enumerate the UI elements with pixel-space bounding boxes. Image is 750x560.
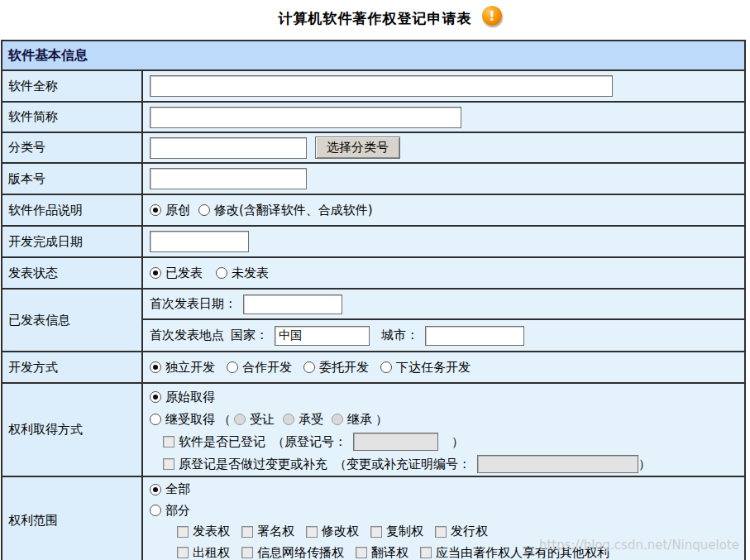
radio-original-acquisition-icon[interactable] — [150, 391, 161, 403]
row-publish-status: 发表状态 已发表 未发表 — [2, 258, 744, 290]
radio-assigned-task-dev-icon[interactable] — [380, 361, 392, 373]
radio-inherit-icon[interactable] — [332, 414, 343, 425]
checkbox-option-other-rights[interactable]: 应当由著作权人享有的其他权利 — [420, 545, 609, 560]
checkbox-changed-or-supplemented-icon[interactable] — [163, 458, 174, 470]
radio-option-original-acquisition[interactable]: 原始取得 — [150, 390, 215, 405]
checkbox-option-already-registered[interactable]: 软件是否已登记 — [163, 434, 265, 450]
checkbox-translation-right-icon[interactable] — [356, 547, 367, 558]
cell-dev-method: 独立开发 合作开发 委托开发 下达任务开发 — [143, 352, 744, 382]
country-input[interactable] — [275, 326, 370, 346]
checkbox-option-network-dissemination-right[interactable]: 信息网络传播权 — [241, 545, 344, 560]
checkbox-reproduction-right-label: 复制权 — [386, 524, 423, 539]
checkbox-reproduction-right-icon[interactable] — [370, 526, 382, 538]
radio-option-successive-acquisition[interactable]: 继受取得 — [150, 412, 215, 428]
row-software-full-name: 软件全称 — [2, 71, 744, 103]
checkbox-already-registered-label: 软件是否已登记 — [179, 434, 265, 450]
radio-assigned-task-dev-label: 下达任务开发 — [396, 360, 471, 376]
checkbox-option-changed-or-supplemented[interactable]: 原登记是否做过变更或补充 — [163, 457, 327, 472]
label-version-number: 版本号 — [2, 164, 143, 194]
label-dev-complete-date: 开发完成日期 — [2, 227, 143, 256]
country-label: 国家： — [231, 328, 268, 343]
page-title: 计算机软件著作权登记申请表 — [0, 9, 750, 28]
radio-published-icon[interactable] — [150, 267, 161, 279]
software-short-name-input[interactable] — [150, 107, 461, 128]
cell-work-description: 原创 修改(含翻译软件、合成软件) — [143, 195, 744, 225]
radio-option-inherit[interactable]: 继承 — [332, 412, 372, 428]
copyright-application-page: 计算机软件著作权登记申请表 ! 软件基本信息 软件全称 软件简称 分类号 选择分… — [0, 0, 750, 560]
checkbox-option-publication-right[interactable]: 发表权 — [177, 524, 230, 539]
checkbox-other-rights-icon[interactable] — [420, 547, 432, 558]
cell-version-number — [143, 164, 744, 194]
radio-option-transfer[interactable]: 受让 — [234, 412, 275, 428]
checkbox-modification-right-label: 修改权 — [322, 524, 359, 539]
radio-transfer-icon[interactable] — [234, 414, 246, 425]
subrow-first-publish-place: 首次发表地点 国家： 城市： — [143, 320, 744, 351]
radio-option-original[interactable]: 原创 — [150, 203, 190, 218]
dev-complete-date-input[interactable] — [150, 231, 249, 252]
radio-transfer-label: 受让 — [250, 412, 275, 428]
checkbox-authorship-right-icon[interactable] — [241, 526, 253, 538]
paren-close: ） — [375, 412, 388, 428]
row-rights-acquisition: 权利取得方式 原始取得 继受取得 （ 受让 — [2, 384, 744, 477]
checkbox-modification-right-icon[interactable] — [306, 526, 318, 538]
radio-option-undertake[interactable]: 承受 — [283, 412, 323, 428]
row-dev-method: 开发方式 独立开发 合作开发 委托开发 下达任务开发 — [2, 352, 744, 384]
line-scope-partial: 部分 — [150, 500, 744, 522]
radio-independent-dev-icon[interactable] — [150, 361, 161, 373]
radio-commissioned-dev-icon[interactable] — [303, 361, 315, 373]
radio-option-cooperative-dev[interactable]: 合作开发 — [227, 360, 292, 376]
radio-option-assigned-task-dev[interactable]: 下达任务开发 — [380, 360, 471, 376]
cell-software-short-name — [143, 103, 744, 132]
radio-original-icon[interactable] — [150, 204, 161, 216]
radio-scope-all-icon[interactable] — [150, 484, 161, 495]
checkbox-option-translation-right[interactable]: 翻译权 — [356, 545, 408, 560]
checkbox-already-registered-icon[interactable] — [163, 436, 174, 448]
radio-option-published[interactable]: 已发表 — [150, 266, 203, 281]
radio-option-commissioned-dev[interactable]: 委托开发 — [303, 360, 369, 376]
radio-scope-all-label: 全部 — [165, 481, 190, 497]
change-cert-number-input[interactable] — [477, 455, 638, 473]
checkbox-publication-right-icon[interactable] — [177, 526, 189, 538]
radio-option-scope-partial[interactable]: 部分 — [150, 503, 190, 519]
radio-original-label: 原创 — [165, 203, 190, 218]
row-rights-scope: 权利范围 全部 部分 发表权 — [2, 477, 744, 560]
subrow-first-publish-date: 首次发表日期： — [143, 290, 744, 320]
first-publish-date-input[interactable] — [243, 294, 342, 314]
radio-option-modified[interactable]: 修改(含翻译软件、合成软件) — [198, 203, 373, 218]
checkbox-option-authorship-right[interactable]: 署名权 — [241, 524, 294, 539]
radio-option-unpublished[interactable]: 未发表 — [216, 266, 269, 281]
radio-cooperative-dev-icon[interactable] — [227, 361, 238, 373]
label-software-full-name: 软件全称 — [2, 71, 143, 101]
line-changed-or-supplemented: 原登记是否做过变更或补充 （变更或补充证明编号： ） — [150, 453, 744, 476]
version-number-input[interactable] — [150, 168, 307, 189]
radio-option-scope-all[interactable]: 全部 — [150, 481, 190, 497]
checkbox-option-modification-right[interactable]: 修改权 — [306, 524, 359, 539]
cell-dev-complete-date — [143, 227, 744, 256]
row-published-info: 已发表信息 首次发表日期： 首次发表地点 国家： 城市： — [2, 290, 744, 352]
checkbox-rental-right-icon[interactable] — [177, 547, 189, 558]
select-classification-button[interactable]: 选择分类号 — [315, 136, 400, 159]
software-full-name-input[interactable] — [150, 75, 613, 97]
label-dev-method: 开发方式 — [2, 352, 143, 382]
checkbox-network-dissemination-right-icon[interactable] — [241, 547, 253, 558]
classification-number-input[interactable] — [150, 137, 307, 159]
warning-icon: ! — [482, 6, 502, 26]
checkbox-option-reproduction-right[interactable]: 复制权 — [370, 524, 423, 539]
radio-unpublished-icon[interactable] — [216, 267, 227, 279]
radio-option-independent-dev[interactable]: 独立开发 — [150, 360, 215, 376]
checkbox-option-distribution-right[interactable]: 发行权 — [435, 524, 488, 539]
original-reg-number-input[interactable] — [353, 433, 438, 451]
software-info-table: 软件基本信息 软件全称 软件简称 分类号 选择分类号 版本号 — [1, 40, 746, 560]
radio-undertake-icon[interactable] — [283, 414, 294, 425]
checkbox-distribution-right-label: 发行权 — [451, 524, 488, 539]
radio-undertake-label: 承受 — [299, 412, 323, 428]
checkbox-distribution-right-icon[interactable] — [435, 526, 447, 538]
first-publish-place-label: 首次发表地点 — [150, 328, 224, 343]
radio-modified-icon[interactable] — [198, 204, 210, 216]
radio-successive-acquisition-icon[interactable] — [150, 414, 161, 425]
label-rights-acquisition: 权利取得方式 — [2, 384, 143, 476]
city-input[interactable] — [425, 326, 524, 346]
radio-scope-partial-icon[interactable] — [150, 505, 161, 516]
checkbox-option-rental-right[interactable]: 出租权 — [177, 545, 230, 560]
paren-open: （ — [218, 412, 231, 428]
